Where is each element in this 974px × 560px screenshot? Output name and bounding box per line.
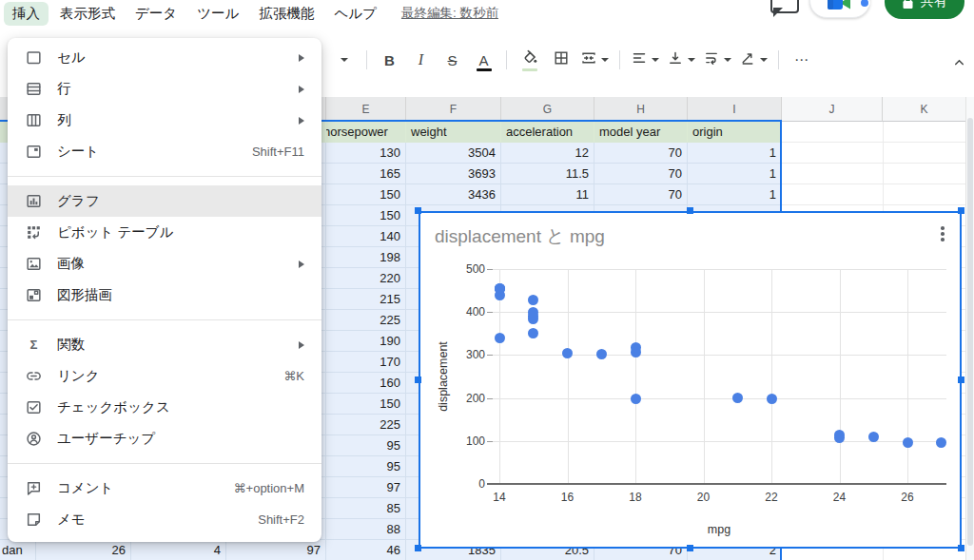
cell-g4[interactable]: 11 <box>501 184 594 205</box>
cell-a21[interactable]: dan <box>0 540 36 560</box>
column-header-F[interactable]: F <box>406 97 501 122</box>
header-cell-e[interactable]: horsepower <box>326 122 406 143</box>
header-cell-i[interactable]: origin <box>688 122 782 143</box>
menu-item-リンク[interactable]: リンク⌘K <box>8 360 321 392</box>
hide-toolbar-button[interactable] <box>948 51 969 72</box>
menubar-item-拡張機能[interactable]: 拡張機能 <box>250 2 322 26</box>
italic-button[interactable]: I <box>406 47 436 73</box>
cell-e5[interactable]: 150 <box>326 205 406 226</box>
menu-item-行[interactable]: 行 <box>8 73 321 105</box>
menubar-item-ヘルプ[interactable]: ヘルプ <box>325 2 385 26</box>
column-header-G[interactable]: G <box>501 97 594 122</box>
cell-h2[interactable]: 70 <box>594 143 688 164</box>
cell-e17[interactable]: 95 <box>326 456 406 477</box>
column-header-H[interactable]: H <box>594 97 688 122</box>
cell-i2[interactable]: 1 <box>688 143 782 164</box>
cell-e9[interactable]: 215 <box>326 289 406 310</box>
cell-e8[interactable]: 220 <box>326 268 406 289</box>
chart-resize-handle[interactable] <box>415 545 421 551</box>
menu-item-ピボット テーブル[interactable]: ピボット テーブル <box>8 217 321 248</box>
cell-e18[interactable]: 97 <box>326 477 406 498</box>
cell-e10[interactable]: 225 <box>326 310 406 331</box>
cell-e11[interactable]: 190 <box>326 331 406 352</box>
cell-e19[interactable]: 85 <box>326 498 406 519</box>
borders-button[interactable] <box>546 47 575 73</box>
cell-i3[interactable]: 1 <box>688 164 782 184</box>
chart-resize-handle[interactable] <box>415 377 421 383</box>
menu-item-列[interactable]: 列 <box>8 105 321 136</box>
y-tick-mark <box>487 355 493 356</box>
strikethrough-button[interactable]: S <box>438 47 467 73</box>
cell-e15[interactable]: 225 <box>326 415 406 435</box>
bold-button[interactable]: B <box>375 47 404 73</box>
column-header-J[interactable]: J <box>782 97 883 122</box>
cell-e12[interactable]: 170 <box>326 352 406 373</box>
cell-f4[interactable]: 3436 <box>406 184 501 205</box>
cell-b21[interactable]: 26 <box>36 540 131 560</box>
cell-e4[interactable]: 150 <box>326 184 406 205</box>
share-button[interactable]: 共有 <box>885 0 964 19</box>
vertical-align-button[interactable] <box>664 47 698 73</box>
menu-item-シート[interactable]: シートShift+F11 <box>8 136 321 167</box>
text-color-button[interactable]: A <box>469 47 498 73</box>
cell-f2[interactable]: 3504 <box>406 143 501 164</box>
embedded-chart[interactable]: displacement と mpg 141618202224260100200… <box>419 211 962 549</box>
menu-item-ユーザーチップ[interactable]: ユーザーチップ <box>8 423 321 454</box>
cell-h3[interactable]: 70 <box>594 164 688 184</box>
cell-d21[interactable]: 97 <box>226 540 326 560</box>
chart-resize-handle[interactable] <box>687 545 693 551</box>
menubar-item-ツール[interactable]: ツール <box>188 2 247 26</box>
cell-e20[interactable]: 88 <box>326 519 406 540</box>
text-rotation-button[interactable] <box>736 47 770 73</box>
menu-item-関数[interactable]: Σ関数 <box>8 329 321 360</box>
comment-history-icon[interactable] <box>770 0 799 13</box>
column-header-I[interactable]: I <box>688 97 782 122</box>
cell-i4[interactable]: 1 <box>688 184 782 205</box>
cell-e21[interactable]: 46 <box>326 540 406 560</box>
fill-color-button[interactable] <box>515 47 544 73</box>
menu-item-コメント[interactable]: コメント⌘+option+M <box>8 473 321 504</box>
cell-e14[interactable]: 150 <box>326 394 406 415</box>
menu-item-画像[interactable]: 画像 <box>8 248 321 280</box>
menu-item-メモ[interactable]: メモShift+F2 <box>8 504 321 535</box>
chart-resize-handle[interactable] <box>958 545 964 551</box>
toolbar-divider <box>366 50 367 69</box>
cell-e13[interactable]: 160 <box>326 373 406 394</box>
text-wrap-button[interactable] <box>700 47 734 73</box>
menu-item-セル[interactable]: セル <box>8 42 321 73</box>
scrollbar-thumb[interactable] <box>967 118 973 546</box>
vertical-scrollbar[interactable] <box>965 97 974 560</box>
merge-cells-button[interactable] <box>577 47 612 73</box>
menubar-item-表示形式[interactable]: 表示形式 <box>51 2 124 26</box>
horizontal-align-button[interactable] <box>628 47 662 73</box>
cell-e3[interactable]: 165 <box>326 164 406 184</box>
header-cell-h[interactable]: model year <box>594 122 688 143</box>
menubar-item-データ[interactable]: データ <box>127 2 185 26</box>
cell-g2[interactable]: 12 <box>501 143 594 164</box>
overflow-caret-button[interactable] <box>329 47 359 73</box>
header-cell-g[interactable]: acceleration <box>501 122 594 143</box>
menu-item-図形描画[interactable]: 図形描画 <box>8 280 321 311</box>
cell-e16[interactable]: 95 <box>326 435 406 456</box>
chart-resize-handle[interactable] <box>415 207 421 214</box>
cell-f3[interactable]: 3693 <box>406 164 501 184</box>
cell-e7[interactable]: 198 <box>326 247 406 268</box>
column-header-K[interactable]: K <box>883 97 966 122</box>
more-button[interactable]: ⋯ <box>787 47 816 73</box>
menu-item-グラフ[interactable]: グラフ <box>8 185 321 217</box>
column-header-E[interactable]: E <box>326 97 406 122</box>
link-icon <box>24 367 43 386</box>
last-edit-link[interactable]: 最終編集: 数秒前 <box>401 5 498 22</box>
cell-c21[interactable]: 4 <box>131 540 226 560</box>
cell-e2[interactable]: 130 <box>326 143 406 164</box>
cell-e6[interactable]: 140 <box>326 226 406 247</box>
menu-item-チェックボックス[interactable]: チェックボックス <box>8 392 321 423</box>
cell-g3[interactable]: 11.5 <box>501 164 594 184</box>
chart-resize-handle[interactable] <box>958 377 964 383</box>
menubar-item-挿入[interactable]: 挿入 <box>4 2 49 26</box>
chart-resize-handle[interactable] <box>687 207 693 214</box>
header-cell-f[interactable]: weight <box>406 122 501 143</box>
chart-options-kebab-icon[interactable] <box>934 222 951 245</box>
chart-resize-handle[interactable] <box>958 207 964 214</box>
cell-h4[interactable]: 70 <box>594 184 688 205</box>
